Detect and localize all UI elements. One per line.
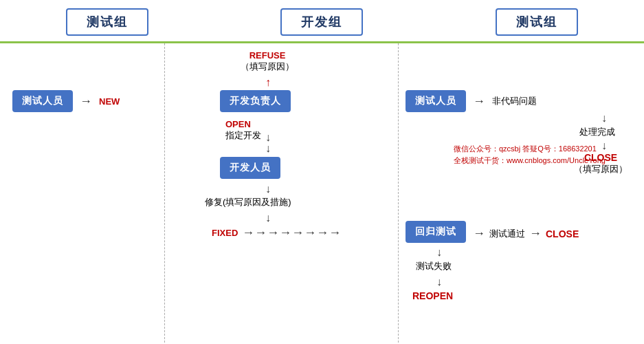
header-row: 测试组 开发组 测试组: [0, 0, 644, 43]
done-label: 处理完成: [579, 126, 615, 138]
header-middle-group: 开发组: [280, 8, 363, 36]
col-middle: REFUSE （填写原因） ↑ 开发负责人 OPEN 指定开发 ↓ ↓ 开发人员…: [165, 43, 399, 344]
test-fail-label: 测试失败: [416, 260, 452, 272]
arrow-right-1: →: [80, 94, 92, 109]
col-left: 测试人员 → NEW: [0, 43, 165, 344]
fix-note-label: 修复(填写原因及措施): [205, 196, 291, 208]
regression-node: 回归测试: [406, 221, 466, 243]
close-fill-label: CLOSE: [574, 152, 628, 163]
header-right-group: 测试组: [496, 8, 578, 36]
tester-node: 测试人员: [12, 90, 73, 112]
tester-right-node: 测试人员: [406, 90, 466, 112]
reopen-label: REOPEN: [412, 290, 453, 301]
open-sub-label: 指定开发: [225, 129, 261, 142]
test-pass-label: 测试通过: [489, 228, 525, 240]
header-left-group: 测试组: [66, 8, 148, 36]
dev-lead-node: 开发负责人: [220, 90, 291, 112]
refuse-sub-label: （填写原因）: [241, 61, 294, 73]
new-label: NEW: [99, 96, 120, 107]
refuse-label: REFUSE: [241, 50, 294, 61]
fixed-label: FIXED: [212, 228, 238, 238]
close-final-label: CLOSE: [546, 228, 579, 239]
main-flow: 测试人员 → NEW REFUSE （填写原因） ↑ 开发负责人 OPEN 指定…: [0, 43, 644, 344]
developer-node: 开发人员: [220, 157, 280, 179]
non-code-label: 非代码问题: [492, 95, 537, 107]
arrow-right-2: →: [473, 94, 485, 109]
open-label: OPEN: [225, 119, 261, 129]
col-right: 测试人员 → 非代码问题 ↓ 处理完成 微信公众号：qzcsbj 答疑Q号：16…: [399, 43, 644, 344]
close-fill-sub-label: （填写原因）: [574, 163, 628, 175]
